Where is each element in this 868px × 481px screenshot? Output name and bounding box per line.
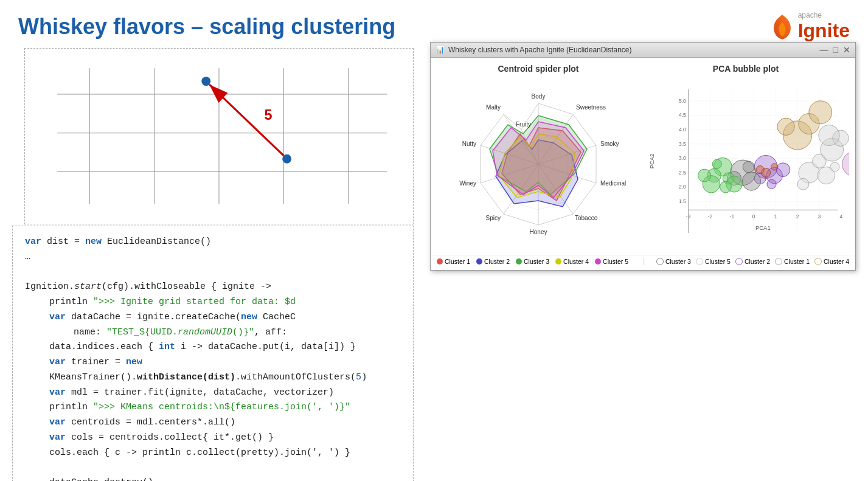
spider-plot-container: Centroid spider plot xyxy=(437,64,640,249)
pca-legend-cluster1: Cluster 1 xyxy=(775,258,810,265)
pca-cluster1-circle xyxy=(775,258,782,265)
cluster4-label: Cluster 4 xyxy=(563,258,589,265)
chart-titlebar-left: 📊 Whiskey clusters with Apache Ignite (E… xyxy=(436,46,631,54)
left-panel: 5 var dist = new EuclideanDistance() … I… xyxy=(12,48,426,481)
code-line-15: dataCache.destroy() xyxy=(49,476,401,481)
svg-text:Tobacco: Tobacco xyxy=(575,215,598,221)
svg-text:PCA1: PCA1 xyxy=(755,224,771,231)
chart-window: 📊 Whiskey clusters with Apache Ignite (E… xyxy=(430,42,856,271)
svg-point-86 xyxy=(767,179,776,189)
cluster1-dot xyxy=(437,258,443,265)
pca-plot-svg: 5.0 4.5 4.0 3.5 3.0 2.5 2.0 1.5 -3 -2 -1 xyxy=(642,76,849,246)
svg-point-98 xyxy=(819,125,839,146)
cluster2-label: Cluster 2 xyxy=(484,258,510,265)
pca-cluster5-circle xyxy=(696,258,703,265)
logo-apache-text: apache xyxy=(798,11,850,19)
pca-cluster4-circle xyxy=(814,258,822,265)
pca-legend-cluster3: Cluster 3 xyxy=(656,258,691,265)
spider-web: Body Sweetness Smoky Medicinal Tobacco H… xyxy=(459,93,626,235)
pca-cluster3-circle xyxy=(656,258,664,265)
svg-line-9 xyxy=(209,85,283,156)
svg-text:0: 0 xyxy=(752,213,755,220)
spider-plot-title: Centroid spider plot xyxy=(437,64,640,74)
pca-legend-cluster2: Cluster 2 xyxy=(735,258,770,265)
pca-legend-cluster5: Cluster 5 xyxy=(696,258,731,265)
svg-text:Honey: Honey xyxy=(530,229,547,235)
code-line-4: println ">>> Ignite grid started for dat… xyxy=(49,295,401,310)
flame-icon xyxy=(770,12,794,42)
chart-legend: Cluster 1 Cluster 2 Cluster 3 Cluster 4 xyxy=(431,255,855,270)
spider-plot-svg: Body Sweetness Smoky Medicinal Tobacco H… xyxy=(447,76,630,246)
legend-cluster1: Cluster 1 xyxy=(437,258,470,265)
ignite-logo: apache Ignite xyxy=(770,11,850,42)
svg-text:4.0: 4.0 xyxy=(679,126,686,133)
svg-point-106 xyxy=(698,169,711,182)
svg-text:Winey: Winey xyxy=(459,180,476,187)
grid-diagram: 5 xyxy=(24,48,414,224)
svg-point-80 xyxy=(797,178,809,190)
svg-text:Spicy: Spicy xyxy=(486,215,501,221)
cluster1-label: Cluster 1 xyxy=(445,258,470,265)
chart-titlebar-controls: — □ ✕ xyxy=(820,45,850,55)
svg-point-11 xyxy=(282,154,291,164)
chart-icon: 📊 xyxy=(436,46,445,54)
svg-text:2: 2 xyxy=(796,213,799,220)
code-line-11: var centroids = mdl.centers*.all() xyxy=(49,415,401,431)
svg-text:Fruity: Fruity xyxy=(516,121,531,128)
page-title: Whiskey flavors – scaling clustering xyxy=(18,14,395,40)
spider-legend: Cluster 1 Cluster 2 Cluster 3 Cluster 4 xyxy=(437,258,636,265)
chart-window-title: Whiskey clusters with Apache Ignite (Euc… xyxy=(448,46,631,54)
svg-text:PCA2: PCA2 xyxy=(648,154,655,169)
code-line-2: … xyxy=(25,250,401,265)
main-content: 5 var dist = new EuclideanDistance() … I… xyxy=(0,48,868,481)
svg-text:Smoky: Smoky xyxy=(600,140,619,147)
logo-brand-text: Ignite xyxy=(798,19,850,41)
code-line-1: var dist = new EuclideanDistance() xyxy=(25,235,401,250)
minimize-button[interactable]: — xyxy=(820,45,828,55)
svg-point-95 xyxy=(777,118,794,135)
svg-point-91 xyxy=(743,161,754,173)
code-line-5: var dataCache = ignite.createCache(new C… xyxy=(49,310,401,325)
legend-cluster4: Cluster 4 xyxy=(555,258,589,265)
pca-plot-container: PCA bubble plot xyxy=(642,64,849,249)
svg-point-108 xyxy=(771,164,778,170)
svg-text:Malty: Malty xyxy=(486,104,501,111)
kw-var-1: var xyxy=(25,237,41,247)
chart-titlebar: 📊 Whiskey clusters with Apache Ignite (E… xyxy=(431,43,855,58)
pca-plot-title: PCA bubble plot xyxy=(642,64,849,74)
svg-text:2.5: 2.5 xyxy=(679,170,686,176)
svg-text:Body: Body xyxy=(532,93,546,100)
code-line-3: Ignition.start(cfg).withCloseable { igni… xyxy=(25,280,401,295)
cluster2-dot xyxy=(476,258,482,265)
svg-point-104 xyxy=(720,181,732,193)
svg-text:-3: -3 xyxy=(686,213,691,220)
grid-svg: 5 xyxy=(25,49,413,224)
svg-point-89 xyxy=(742,172,760,190)
svg-text:1: 1 xyxy=(774,213,777,220)
code-line-10: println ">>> KMeans centroids:\n${featur… xyxy=(49,400,401,415)
cluster5-label: Cluster 5 xyxy=(603,258,628,265)
svg-text:2.0: 2.0 xyxy=(679,184,686,190)
svg-point-87 xyxy=(776,163,790,177)
close-button[interactable]: ✕ xyxy=(843,45,850,55)
code-line-7: data.indices.each { int i -> dataCache.p… xyxy=(49,340,401,355)
pca-axes: 5.0 4.5 4.0 3.5 3.0 2.5 2.0 1.5 -3 -2 -1 xyxy=(648,89,849,233)
svg-text:Nutty: Nutty xyxy=(462,140,476,147)
pca-legend: Cluster 3 Cluster 5 Cluster 2 Cluster 1 xyxy=(651,258,850,265)
svg-point-82 xyxy=(830,162,839,171)
code-block: var dist = new EuclideanDistance() … Ign… xyxy=(12,226,414,481)
svg-point-94 xyxy=(809,101,832,124)
maximize-button[interactable]: □ xyxy=(833,45,838,55)
cluster3-label: Cluster 3 xyxy=(524,258,549,265)
svg-text:-2: -2 xyxy=(708,213,713,220)
svg-text:Sweetness: Sweetness xyxy=(576,104,606,111)
code-line-6: name: "TEST_${UUID.randomUUID()}", aff: xyxy=(74,325,401,341)
cluster5-dot xyxy=(595,258,601,265)
svg-point-102 xyxy=(712,159,721,168)
pca-legend-cluster4: Cluster 4 xyxy=(814,258,849,265)
svg-text:-1: -1 xyxy=(730,213,735,220)
svg-text:Medicinal: Medicinal xyxy=(600,180,626,187)
svg-text:4: 4 xyxy=(839,213,842,220)
svg-text:3: 3 xyxy=(818,213,821,220)
cluster3-dot xyxy=(516,258,522,265)
